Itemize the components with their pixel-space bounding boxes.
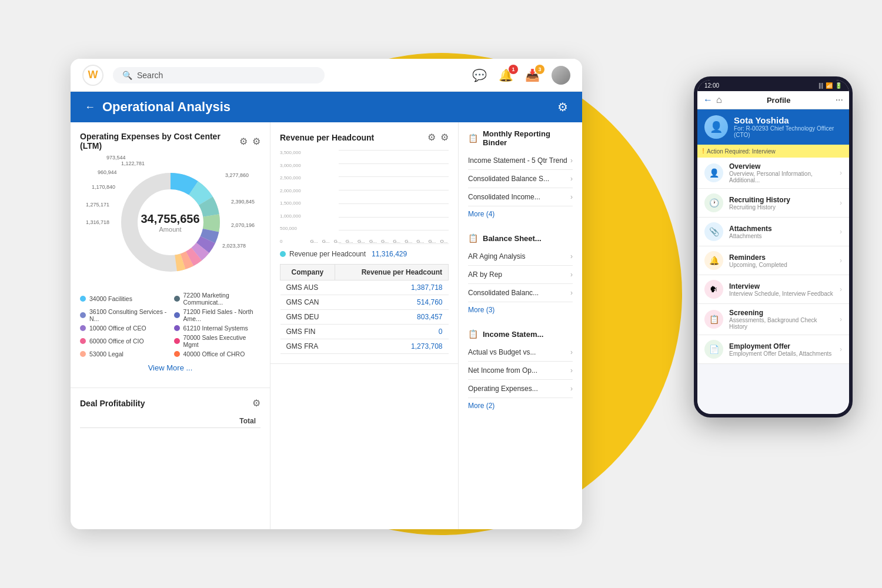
segment-label-1316: 1,316,718 bbox=[86, 219, 109, 225]
phone-menu-item-interview[interactable]: 🗣 Interview Interview Schedule, Intervie… bbox=[697, 275, 849, 304]
interview-icon: 🗣 bbox=[704, 280, 723, 299]
top-nav: W 🔍 Search 💬 🔔 1 📥 3 bbox=[71, 59, 582, 92]
binder-item-ar-aging[interactable]: AR Aging Analysis › bbox=[468, 248, 573, 266]
segment-label-top: 960,944 bbox=[98, 169, 117, 175]
segment-label-973: 973,544 bbox=[106, 155, 126, 161]
overview-icon: 👤 bbox=[704, 163, 723, 182]
deal-profitability-title: Deal Profitability bbox=[80, 399, 252, 408]
header-settings-icon[interactable]: ⚙ bbox=[557, 100, 568, 114]
bar-label-2: G... bbox=[322, 239, 330, 244]
segment-label-1275: 1,275,171 bbox=[86, 202, 109, 208]
legend-label-internal: 61210 Internal Systems bbox=[183, 325, 248, 332]
back-button[interactable]: ← bbox=[85, 101, 95, 113]
legend-dot-legal bbox=[80, 351, 86, 357]
phone-profile-avatar: 👤 bbox=[704, 115, 728, 139]
binder-balance-title: Balance Sheet... bbox=[483, 234, 542, 243]
attachments-icon: 📎 bbox=[704, 222, 723, 241]
binder-item-net-income[interactable]: Net Income from Op... › bbox=[468, 362, 573, 380]
y-label-3000000: 3,000,000 bbox=[280, 163, 301, 168]
phone-menu-item-reminders[interactable]: 🔔 Reminders Upcoming, Completed › bbox=[697, 246, 849, 275]
revenue-table: Company Revenue per Headcount GMS AUS 1,… bbox=[280, 264, 449, 354]
binder-income-more[interactable]: More (2) bbox=[468, 398, 573, 413]
logo-letter: W bbox=[88, 69, 98, 81]
screening-sub: Assessments, Background Check History bbox=[729, 317, 834, 330]
notifications-icon[interactable]: 🔔 1 bbox=[499, 68, 513, 82]
chevron-icon-6: › bbox=[570, 289, 573, 297]
legend-dot-cio bbox=[80, 338, 86, 344]
income-statement-binder: 📋 Income Statem... Actual vs Budget vs..… bbox=[459, 322, 582, 413]
inbox-badge: 3 bbox=[535, 65, 544, 74]
reminders-title: Reminders bbox=[729, 253, 834, 262]
employment-offer-sub: Employment Offer Details, Attachments bbox=[729, 350, 834, 357]
revenue-legend-value: 11,316,429 bbox=[372, 250, 407, 258]
content-area: Operating Expenses by Cost Center (LTM) … bbox=[71, 122, 582, 529]
inbox-icon[interactable]: 📥 3 bbox=[525, 68, 540, 82]
phone-menu-item-employment-offer[interactable]: 📄 Employment Offer Employment Offer Deta… bbox=[697, 335, 849, 364]
legend-label-legal: 53000 Legal bbox=[89, 350, 123, 358]
avatar[interactable] bbox=[552, 66, 570, 85]
binder-label-consolidated-balance2: Consolidated Balanc... bbox=[468, 289, 570, 297]
binder-income-header: 📋 Income Statem... bbox=[468, 329, 573, 339]
binder-item-ar-rep[interactable]: AR by Rep › bbox=[468, 266, 573, 284]
interview-text: Interview Interview Schedule, Interview … bbox=[729, 282, 834, 297]
binder-item-consolidated-income[interactable]: Consolidated Income... › bbox=[468, 188, 573, 206]
filter-icon[interactable]: ⚙ bbox=[239, 136, 248, 147]
segment-label-1170: 1,170,840 bbox=[92, 184, 115, 190]
binder-item-consolidated-balance2[interactable]: Consolidated Balanc... › bbox=[468, 284, 573, 302]
rev-col-company: Company bbox=[280, 265, 335, 280]
chevron-icon-2: › bbox=[570, 175, 573, 183]
interview-chevron: › bbox=[840, 285, 842, 293]
widget-actions: ⚙ ⚙ bbox=[239, 136, 260, 147]
deal-profitability-header: Deal Profitability ⚙ bbox=[80, 397, 260, 409]
binder-income-title: Income Statem... bbox=[483, 330, 543, 339]
legend-dot-fieldsales bbox=[174, 312, 180, 318]
search-bar[interactable]: 🔍 Search bbox=[113, 67, 325, 83]
phone-profile-role: For: R-00293 Chief Technology Officer (C… bbox=[734, 125, 842, 138]
segment-label-1122: 1,122,781 bbox=[121, 161, 145, 166]
chat-icon[interactable]: 💬 bbox=[472, 68, 487, 82]
phone-back-button[interactable]: ← bbox=[703, 95, 713, 105]
binder-balance-more[interactable]: More (3) bbox=[468, 302, 573, 318]
phone-menu-list: 👤 Overview Overview, Personal Informatio… bbox=[697, 158, 849, 414]
binder-item-operating-expenses[interactable]: Operating Expenses... › bbox=[468, 380, 573, 398]
deal-profitability-table: Total bbox=[80, 415, 260, 428]
phone-menu-item-overview[interactable]: 👤 Overview Overview, Personal Informatio… bbox=[697, 158, 849, 189]
y-label-500000: 500,000 bbox=[280, 226, 301, 231]
attachments-text: Attachments Attachments bbox=[729, 225, 834, 239]
legend-dot-ceo bbox=[80, 325, 86, 331]
phone-menu-item-screening[interactable]: 📋 Screening Assessments, Background Chec… bbox=[697, 304, 849, 335]
view-more-link[interactable]: View More ... bbox=[80, 358, 260, 378]
overview-title: Overview bbox=[729, 162, 834, 171]
phone-menu-item-recruiting-history[interactable]: 🕐 Recruiting History Recruiting History … bbox=[697, 189, 849, 218]
revenue-settings-icon[interactable]: ⚙ bbox=[440, 132, 449, 143]
binder-item-actual-vs-budget[interactable]: Actual vs Budget vs... › bbox=[468, 343, 573, 362]
company-fin: GMS FIN bbox=[280, 325, 335, 339]
deal-settings-icon[interactable]: ⚙ bbox=[252, 397, 260, 409]
reminders-chevron: › bbox=[840, 256, 842, 265]
operating-expenses-title: Operating Expenses by Cost Center (LTM) bbox=[80, 132, 239, 151]
chevron-icon-5: › bbox=[570, 270, 573, 279]
phone-more-button[interactable]: ··· bbox=[836, 95, 843, 105]
binder-label-consolidated-income: Consolidated Income... bbox=[468, 193, 570, 201]
settings-icon[interactable]: ⚙ bbox=[252, 136, 260, 147]
binder-item-consolidated-balance[interactable]: Consolidated Balance S... › bbox=[468, 170, 573, 188]
segment-label-4: 2,023,378 bbox=[222, 243, 246, 249]
segment-label-3: 2,070,196 bbox=[231, 222, 255, 228]
legend-label-ceo: 10000 Office of CEO bbox=[89, 325, 146, 332]
phone-nav-title: Profile bbox=[726, 96, 832, 105]
binder-label-net-income: Net Income from Op... bbox=[468, 366, 570, 375]
binder-item-income-statement[interactable]: Income Statement - 5 Qtr Trend › bbox=[468, 152, 573, 170]
binder-monthly-more[interactable]: More (4) bbox=[468, 206, 573, 222]
recruiting-history-title: Recruiting History bbox=[729, 196, 834, 204]
revenue-legend-label: Revenue per Headcount bbox=[289, 250, 366, 258]
phone-home-button[interactable]: ⌂ bbox=[716, 95, 722, 105]
workday-logo[interactable]: W bbox=[82, 65, 103, 86]
screening-icon: 📋 bbox=[704, 310, 723, 329]
revenue-can: 514,760 bbox=[335, 295, 448, 310]
employment-offer-text: Employment Offer Employment Offer Detail… bbox=[729, 342, 834, 357]
phone-menu-item-attachments[interactable]: 📎 Attachments Attachments › bbox=[697, 218, 849, 246]
chevron-icon-7: › bbox=[570, 348, 573, 356]
legend-item-marketing: 72200 Marketing Communicat... bbox=[174, 292, 261, 306]
revenue-filter-icon[interactable]: ⚙ bbox=[427, 132, 436, 143]
segment-label-2: 2,390,845 bbox=[231, 199, 255, 205]
